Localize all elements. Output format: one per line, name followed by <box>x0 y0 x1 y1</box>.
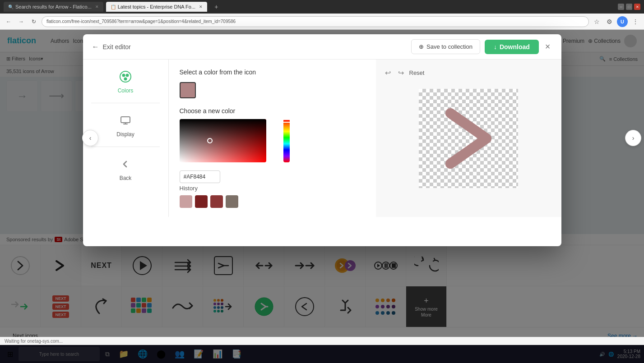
back-icon <box>117 156 134 172</box>
browser-toolbar: ← → ↻ flaticon.com/free-icon/next_709586… <box>0 14 644 30</box>
svg-point-63 <box>126 74 129 77</box>
arrow-icon-svg <box>432 102 505 175</box>
editor-header-left: ← Exit editor <box>92 43 131 51</box>
tab-enterprise-dna[interactable]: 📋 Latest topics - Enterprise DNA Fo... ✕ <box>106 2 207 12</box>
status-bar: Waiting for onetag-sys.com... <box>0 337 644 345</box>
forward-nav-btn[interactable]: → <box>16 17 26 27</box>
preview-controls: ↩ ↪ Reset <box>383 67 425 79</box>
exit-editor-label: Exit editor <box>103 43 131 51</box>
reload-btn[interactable]: ↻ <box>29 17 39 27</box>
next-icon-btn[interactable]: › <box>625 130 641 146</box>
color-gradient-picker[interactable] <box>180 119 266 162</box>
icon-swatch-1[interactable] <box>180 82 196 98</box>
colors-icon <box>117 69 134 85</box>
tab-close-1[interactable]: ✕ <box>95 5 99 9</box>
tab-close-2[interactable]: ✕ <box>199 5 203 9</box>
modal-overlay: ← Exit editor ⊕ Save to collection ↓ Dow… <box>0 30 644 363</box>
editor-body: Colors Display <box>83 60 561 217</box>
choose-color-title: Choose a new color <box>180 107 365 115</box>
browser-chrome: 🔍 Search results for Arrow - Flatico... … <box>0 0 644 14</box>
hue-cursor <box>283 119 291 123</box>
sidebar-display[interactable]: Display <box>116 112 134 138</box>
sidebar-colors[interactable]: Colors <box>117 69 134 94</box>
select-color-title: Select a color from the icon <box>180 69 365 76</box>
address-bar[interactable]: flaticon.com/free-icon/next_709586?term=… <box>42 16 589 27</box>
sidebar-divider-1 <box>91 103 159 103</box>
history-swatch-4[interactable] <box>226 195 238 208</box>
icon-color-swatches <box>180 82 365 98</box>
back-nav-btn[interactable]: ← <box>4 17 14 27</box>
display-icon <box>117 112 134 129</box>
sidebar-divider-2 <box>91 147 159 147</box>
hue-slider[interactable] <box>283 119 290 162</box>
new-tab-btn[interactable]: + <box>210 2 222 12</box>
svg-point-64 <box>124 78 127 81</box>
color-picker-gradient-container <box>180 119 266 162</box>
editor-header: ← Exit editor ⊕ Save to collection ↓ Dow… <box>83 34 561 60</box>
history-label: History <box>180 185 365 192</box>
profile-avatar[interactable]: U <box>617 16 628 27</box>
history-swatch-1[interactable] <box>180 195 192 208</box>
history-swatches <box>180 195 365 208</box>
close-window-btn[interactable]: ✕ <box>634 4 640 10</box>
svg-point-62 <box>122 74 125 77</box>
svg-rect-65 <box>121 117 130 123</box>
exit-editor-back-arrow[interactable]: ← <box>92 43 99 51</box>
undo-btn[interactable]: ↩ <box>383 67 393 79</box>
redo-btn[interactable]: ↪ <box>396 67 406 79</box>
color-picker-wrapper <box>180 119 365 162</box>
history-swatch-2[interactable] <box>195 195 208 208</box>
preview-area: ↩ ↪ Reset <box>376 60 561 217</box>
menu-btn[interactable]: ⋮ <box>630 17 640 27</box>
hex-color-input[interactable] <box>180 170 220 183</box>
icon-preview-container <box>419 89 518 188</box>
download-btn[interactable]: ↓ Download <box>485 40 539 54</box>
editor-header-right: ⊕ Save to collection ↓ Download × <box>411 39 552 54</box>
prev-icon-btn[interactable]: ‹ <box>82 130 98 146</box>
minimize-btn[interactable]: ─ <box>618 4 624 10</box>
maximize-btn[interactable]: □ <box>626 4 632 10</box>
bookmark-btn[interactable]: ☆ <box>592 17 602 27</box>
gradient-surface[interactable] <box>180 119 266 162</box>
close-editor-btn[interactable]: × <box>543 40 552 54</box>
window-controls: ─ □ ✕ <box>618 4 640 10</box>
extensions-btn[interactable]: ⚙ <box>604 17 614 27</box>
reset-btn[interactable]: Reset <box>409 69 425 76</box>
sidebar-back[interactable]: Back <box>117 156 134 181</box>
tab-arrow-search[interactable]: 🔍 Search results for Arrow - Flatico... … <box>4 2 103 12</box>
save-to-collection-btn[interactable]: ⊕ Save to collection <box>411 39 480 54</box>
color-panel: Select a color from the icon Choose a ne… <box>169 60 376 217</box>
editor-modal: ← Exit editor ⊕ Save to collection ↓ Dow… <box>83 34 561 246</box>
history-swatch-3[interactable] <box>210 195 223 208</box>
picker-cursor <box>207 138 213 143</box>
